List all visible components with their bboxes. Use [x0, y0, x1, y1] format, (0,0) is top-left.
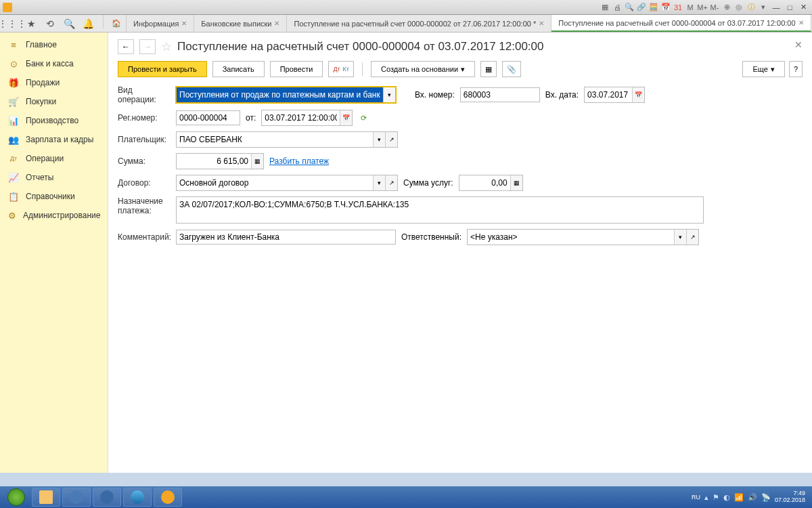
history-icon[interactable]: ⟲	[42, 16, 58, 31]
help-button[interactable]: ?	[789, 61, 803, 77]
sidebar-item-label: Справочники	[26, 192, 75, 201]
contract-input[interactable]	[177, 175, 373, 190]
sidebar-item-refs[interactable]: 📋Справочники	[0, 187, 108, 206]
op-type-input[interactable]	[177, 87, 383, 102]
task-app-1[interactable]	[62, 488, 91, 507]
clock[interactable]: 7:49 07.02.2018	[775, 490, 805, 504]
sidebar-item-bank[interactable]: ⊙Банк и касса	[0, 54, 108, 73]
app-icon	[3, 3, 12, 12]
responsible-input[interactable]	[468, 230, 674, 245]
target-icon[interactable]: ◎	[734, 2, 744, 13]
task-1c[interactable]	[154, 488, 182, 507]
close-icon[interactable]: ✕	[181, 20, 187, 27]
dropdown-icon[interactable]: ▾	[674, 230, 686, 245]
favorite-star-icon[interactable]: ☆	[161, 39, 172, 54]
tray-icon[interactable]: ▴	[704, 493, 708, 502]
task-explorer[interactable]	[32, 488, 60, 507]
refresh-icon[interactable]: ⟳	[358, 112, 369, 123]
dropdown-icon[interactable]: ▾	[373, 175, 385, 190]
m-minus-icon[interactable]: M-	[709, 2, 720, 13]
dtdk-icon: Дт	[8, 153, 19, 164]
open-icon[interactable]: ↗	[385, 132, 397, 147]
sidebar-item-operations[interactable]: ДтОперации	[0, 149, 108, 168]
split-payment-link[interactable]: Разбить платеж	[269, 156, 329, 166]
favorite-icon[interactable]: ★	[23, 16, 39, 31]
maximize-button[interactable]: □	[784, 2, 796, 13]
m-plus-icon[interactable]: M+	[697, 2, 708, 13]
info-icon[interactable]: ⓘ	[746, 2, 757, 13]
service-sum-input[interactable]	[459, 175, 510, 190]
inc-date-input[interactable]	[585, 87, 632, 102]
close-document-icon[interactable]: ✕	[794, 39, 803, 50]
tab-doc-2[interactable]: Поступление на расчетный счет 0000-00000…	[551, 15, 811, 32]
grid-icon[interactable]: ⊕	[721, 2, 732, 13]
sidebar-item-label: Банк и касса	[26, 59, 74, 68]
minimize-button[interactable]: —	[770, 2, 782, 13]
sum-input[interactable]	[177, 154, 251, 169]
tab-label: Поступление на расчетный счет 0000-00000…	[558, 19, 795, 27]
calendar-icon[interactable]: 📅	[340, 110, 352, 125]
reg-num-input[interactable]	[176, 110, 240, 125]
close-icon[interactable]: ✕	[539, 20, 544, 27]
tab-bank[interactable]: Банковские выписки✕	[194, 15, 287, 32]
from-date-input[interactable]	[262, 110, 340, 125]
open-icon[interactable]: ↗	[385, 175, 397, 190]
sidebar-item-production[interactable]: 📊Производство	[0, 111, 108, 130]
calc-icon[interactable]: ▦	[251, 154, 263, 169]
link-icon[interactable]: 🔗	[636, 2, 647, 13]
home-tab[interactable]: 🏠	[106, 15, 127, 32]
tray-wifi-icon[interactable]: 📡	[761, 493, 771, 502]
dropdown-icon[interactable]: ▾	[383, 87, 395, 102]
sidebar-item-salary[interactable]: 👥Зарплата и кадры	[0, 130, 108, 149]
search-icon[interactable]: 🔍	[624, 2, 635, 13]
close-icon[interactable]: ✕	[274, 20, 279, 27]
calc-icon[interactable]: ▦	[510, 175, 522, 190]
tray-app-icon[interactable]: ◐	[723, 493, 730, 502]
task-app-2[interactable]	[93, 488, 121, 507]
back-button[interactable]: ←	[118, 39, 134, 54]
language-indicator[interactable]: RU	[692, 494, 700, 501]
close-button[interactable]: ✕	[797, 2, 809, 13]
create-based-button[interactable]: Создать на основании ▾	[371, 61, 475, 77]
sidebar-item-main[interactable]: ≡Главное	[0, 35, 108, 54]
start-button[interactable]	[3, 488, 30, 507]
payer-input[interactable]	[177, 132, 373, 147]
save-button[interactable]: Записать	[212, 61, 265, 77]
post-and-close-button[interactable]: Провести и закрыть	[118, 61, 207, 77]
calc-icon[interactable]: 🧮	[648, 2, 659, 13]
close-icon[interactable]: ✕	[798, 19, 804, 26]
calendar-icon[interactable]: 📅	[632, 87, 644, 102]
comment-input[interactable]	[176, 230, 396, 245]
contract-label: Договор:	[118, 178, 171, 188]
print-icon[interactable]: 🖨	[612, 2, 623, 13]
sidebar-item-reports[interactable]: 📈Отчеты	[0, 168, 108, 187]
more-button[interactable]: Еще ▾	[742, 61, 784, 77]
purpose-textarea[interactable]: ЗА 02/07/2017;КОЛ-ВО:1;СУММА:6750;В Т.Ч.…	[176, 196, 704, 224]
tray-network-icon[interactable]: 📶	[734, 493, 744, 502]
forward-button[interactable]: →	[139, 39, 156, 54]
apps-icon[interactable]: ⋮⋮⋮	[4, 16, 20, 31]
bell-icon[interactable]: 🔔	[80, 16, 96, 31]
sidebar-item-admin[interactable]: ⚙Администрирование	[0, 206, 108, 225]
tab-doc-1[interactable]: Поступление на расчетный счет 0000-00000…	[287, 15, 551, 32]
windows-taskbar: RU ▴ ⚑ ◐ 📶 🔊 📡 7:49 07.02.2018	[0, 486, 812, 508]
structure-button[interactable]: ▦	[480, 61, 497, 77]
date-icon[interactable]: 31	[673, 2, 683, 13]
calendar-icon[interactable]: 📅	[660, 2, 671, 13]
dropdown-icon[interactable]: ▾	[758, 2, 769, 13]
m-icon[interactable]: M	[685, 2, 696, 13]
sidebar-item-sales[interactable]: 🎁Продажи	[0, 73, 108, 92]
tab-info[interactable]: Информация✕	[127, 15, 194, 32]
dtdk-button[interactable]: ДтКт	[328, 61, 354, 77]
search-tab-icon[interactable]: 🔍	[61, 16, 77, 31]
tray-sound-icon[interactable]: 🔊	[748, 493, 757, 502]
inc-num-input[interactable]	[460, 87, 540, 102]
toolbar-icon-1[interactable]: ▦	[600, 2, 610, 13]
post-button[interactable]: Провести	[270, 61, 323, 77]
task-ie[interactable]	[123, 488, 152, 507]
sidebar-item-purchases[interactable]: 🛒Покупки	[0, 92, 108, 111]
open-icon[interactable]: ↗	[686, 230, 698, 245]
attach-button[interactable]: 📎	[502, 61, 521, 77]
dropdown-icon[interactable]: ▾	[373, 132, 385, 147]
tray-flag-icon[interactable]: ⚑	[713, 493, 719, 502]
